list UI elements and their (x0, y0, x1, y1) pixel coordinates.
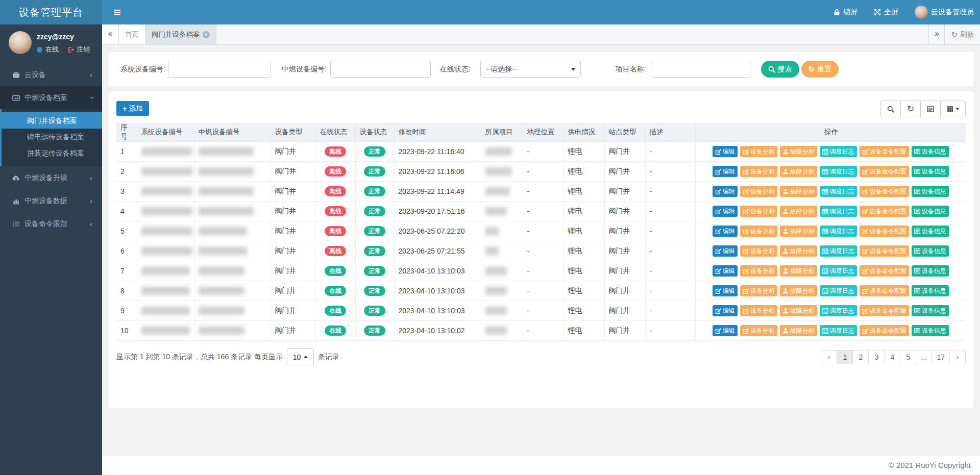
action-button-故障分析[interactable]: 故障分析 (780, 146, 817, 157)
action-button-编辑[interactable]: 编辑 (713, 166, 738, 177)
action-button-设备命令配置[interactable]: 设备命令配置 (860, 186, 909, 197)
zhongran-device-no-input[interactable] (330, 61, 431, 78)
sidebar-item-中燃设备升级[interactable]: 中燃设备升级‹ (0, 166, 102, 189)
action-button-设备信息[interactable]: 设备信息 (912, 146, 949, 157)
action-button-设备信息[interactable]: 设备信息 (912, 265, 949, 277)
action-button-故障分析[interactable]: 故障分析 (780, 206, 817, 217)
action-button-故障分析[interactable]: 故障分析 (780, 226, 817, 237)
search-button[interactable]: 搜索 (761, 61, 799, 78)
action-button-设备分析[interactable]: 设备分析 (740, 166, 777, 177)
system-device-no-input[interactable] (168, 61, 271, 78)
action-button-编辑[interactable]: 编辑 (713, 305, 738, 316)
sidebar-item-中燃设备数据[interactable]: 中燃设备数据‹ (0, 189, 102, 212)
tab-valve-well-archive[interactable]: 阀门井设备档案 ✕ (145, 24, 216, 44)
action-button-编辑[interactable]: 编辑 (713, 206, 738, 217)
show-search-button[interactable] (880, 101, 901, 117)
action-button-设备命令配置[interactable]: 设备命令配置 (860, 305, 909, 316)
action-button-故障分析[interactable]: 故障分析 (780, 285, 817, 296)
action-button-设备分析[interactable]: 设备分析 (740, 206, 777, 217)
action-button-设备分析[interactable]: 设备分析 (740, 245, 777, 257)
action-button-调度日志[interactable]: 调度日志 (820, 285, 857, 296)
page-button-›[interactable]: › (949, 350, 966, 364)
page-button-17[interactable]: 17 (932, 350, 950, 364)
page-button-4[interactable]: 4 (884, 350, 900, 364)
toggle-view-button[interactable] (920, 101, 941, 117)
action-button-设备命令配置[interactable]: 设备命令配置 (860, 285, 909, 296)
sidebar-subitem-拼装远传设备档案[interactable]: 拼装远传设备档案 (2, 145, 102, 161)
add-button[interactable]: + 添加 (116, 101, 149, 116)
action-button-设备命令配置[interactable]: 设备命令配置 (860, 265, 909, 277)
action-button-设备信息[interactable]: 设备信息 (912, 325, 949, 336)
action-button-设备分析[interactable]: 设备分析 (740, 186, 777, 197)
action-button-设备分析[interactable]: 设备分析 (740, 226, 777, 237)
tab-refresh-button[interactable]: ↻ 刷新 (945, 30, 980, 39)
lock-screen-button[interactable]: 锁屏 (825, 0, 866, 24)
sidebar-item-云设备[interactable]: 云设备‹ (0, 63, 102, 86)
action-button-设备命令配置[interactable]: 设备命令配置 (860, 166, 909, 177)
action-button-设备分析[interactable]: 设备分析 (740, 146, 777, 157)
page-button-1[interactable]: 1 (837, 350, 853, 364)
tabs-scroll-right-button[interactable]: » (928, 24, 945, 44)
fullscreen-button[interactable]: 全屏 (866, 0, 906, 24)
sidebar-toggle-button[interactable] (105, 0, 129, 24)
page-button-2[interactable]: 2 (852, 350, 869, 364)
sidebar-subitem-锂电远传设备档案[interactable]: 锂电远传设备档案 (2, 129, 102, 145)
action-button-编辑[interactable]: 编辑 (713, 245, 738, 257)
action-button-设备命令配置[interactable]: 设备命令配置 (860, 226, 909, 237)
page-button-‹[interactable]: ‹ (821, 350, 837, 364)
action-button-调度日志[interactable]: 调度日志 (820, 166, 857, 177)
page-size-select[interactable]: 10 (287, 348, 314, 365)
action-button-设备信息[interactable]: 设备信息 (912, 285, 949, 296)
action-button-设备信息[interactable]: 设备信息 (912, 245, 949, 257)
action-button-设备信息[interactable]: 设备信息 (912, 206, 949, 217)
action-button-设备信息[interactable]: 设备信息 (912, 166, 949, 177)
action-button-调度日志[interactable]: 调度日志 (820, 245, 857, 257)
columns-button[interactable] (940, 101, 966, 117)
action-button-设备分析[interactable]: 设备分析 (740, 305, 777, 316)
action-button-设备命令配置[interactable]: 设备命令配置 (860, 245, 909, 257)
tab-close-icon[interactable]: ✕ (203, 31, 210, 38)
action-button-故障分析[interactable]: 故障分析 (780, 186, 817, 197)
action-button-设备命令配置[interactable]: 设备命令配置 (860, 146, 909, 157)
sidebar-item-中燃设备档案[interactable]: 中燃设备档案‹ (0, 86, 102, 109)
action-button-编辑[interactable]: 编辑 (713, 146, 738, 157)
tabs-scroll-left-button[interactable]: « (102, 24, 119, 44)
action-button-编辑[interactable]: 编辑 (713, 265, 738, 277)
action-button-故障分析[interactable]: 故障分析 (780, 166, 817, 177)
action-button-编辑[interactable]: 编辑 (713, 285, 738, 296)
page-button-3[interactable]: 3 (868, 350, 885, 364)
sidebar-subitem-阀门井设备档案[interactable]: 阀门井设备档案 (2, 112, 102, 129)
action-button-故障分析[interactable]: 故障分析 (780, 305, 817, 316)
action-button-调度日志[interactable]: 调度日志 (820, 325, 857, 336)
action-button-调度日志[interactable]: 调度日志 (820, 226, 857, 237)
action-button-故障分析[interactable]: 故障分析 (780, 325, 817, 336)
sidebar-item-设备命令跟踪[interactable]: 设备命令跟踪‹ (0, 212, 102, 235)
action-button-调度日志[interactable]: 调度日志 (820, 305, 857, 316)
page-button-5[interactable]: 5 (900, 350, 916, 364)
action-button-故障分析[interactable]: 故障分析 (780, 265, 817, 277)
page-button-...[interactable]: ... (916, 350, 932, 364)
reset-button[interactable]: ↻ 重置 (801, 61, 839, 78)
refresh-table-button[interactable]: ↻ (900, 101, 921, 117)
action-button-编辑[interactable]: 编辑 (713, 186, 738, 197)
online-status-select[interactable]: --请选择-- (480, 61, 581, 78)
action-button-设备分析[interactable]: 设备分析 (740, 285, 777, 296)
action-button-故障分析[interactable]: 故障分析 (780, 245, 817, 257)
project-name-input[interactable] (651, 61, 751, 78)
action-button-调度日志[interactable]: 调度日志 (820, 186, 857, 197)
action-button-编辑[interactable]: 编辑 (713, 325, 738, 336)
action-button-调度日志[interactable]: 调度日志 (820, 146, 857, 157)
action-button-设备分析[interactable]: 设备分析 (740, 325, 777, 336)
action-button-设备信息[interactable]: 设备信息 (912, 186, 949, 197)
action-button-设备信息[interactable]: 设备信息 (912, 226, 949, 237)
action-button-设备分析[interactable]: 设备分析 (740, 265, 777, 277)
logout-button[interactable]: 注销 (68, 45, 90, 54)
action-button-调度日志[interactable]: 调度日志 (820, 265, 857, 277)
action-button-设备命令配置[interactable]: 设备命令配置 (860, 206, 909, 217)
action-button-设备信息[interactable]: 设备信息 (912, 305, 949, 316)
action-button-编辑[interactable]: 编辑 (713, 226, 738, 237)
action-button-调度日志[interactable]: 调度日志 (820, 206, 857, 217)
tab-home[interactable]: 首页 (119, 24, 145, 44)
action-button-设备命令配置[interactable]: 设备命令配置 (860, 325, 909, 336)
user-menu[interactable]: 云设备管理员 (906, 0, 980, 24)
